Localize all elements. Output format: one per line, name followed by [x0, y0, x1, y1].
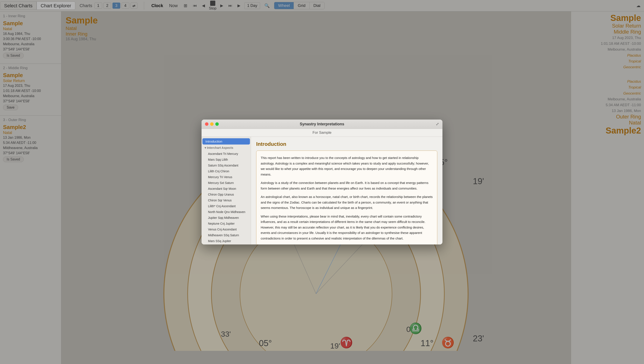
modal-body: Introduction ▾ Interchart Aspects Ascend… [202, 137, 442, 245]
sidebar-item-venus-cnj-asc[interactable]: Venus Cnj Ascendant [202, 227, 250, 232]
sidebar-item-jupiter-sqq-mc[interactable]: Jupiter Sqq Midheaven [202, 215, 250, 221]
interpretation-box: This report has been written to introduc… [256, 150, 437, 245]
modal-for-label: For Sample [202, 129, 442, 137]
modal-sidebar: Introduction ▾ Interchart Aspects Ascend… [202, 137, 251, 245]
sidebar-item-introduction[interactable]: Introduction [202, 138, 250, 144]
sidebar-item-mercury-tri-venus[interactable]: Mercury Tri Venus [202, 174, 250, 180]
interpretation-para-2: Astrology is a study of the connection b… [261, 180, 433, 191]
modal-overlay[interactable]: Synastry Interpretations ⤢ For Sample In… [0, 0, 644, 364]
maximize-button[interactable] [215, 122, 219, 126]
chevron-down-icon: ▾ [204, 146, 206, 149]
sidebar-item-northnode-qnx-mc[interactable]: North Node Qnx Midheaven [202, 209, 250, 215]
sidebar-item-chiron-sqr-venus[interactable]: Chiron Sqr Venus [202, 198, 250, 203]
interpretation-para-4: When using these interpretations, please… [261, 214, 433, 241]
close-button[interactable] [205, 122, 208, 126]
interchart-aspects-label: Interchart Aspects [207, 146, 233, 149]
sidebar-item-mc-ssq-saturn[interactable]: Midheaven SSq Saturn [202, 232, 250, 238]
synastry-modal: Synastry Interpretations ⤢ For Sample In… [202, 119, 442, 245]
external-link-button[interactable]: ⤢ [436, 122, 439, 126]
modal-content: Introduction This report has been writte… [251, 137, 442, 245]
minimize-button[interactable] [210, 122, 214, 126]
sidebar-item-lilith-cnj-asc[interactable]: Lilith* Cnj Ascendant [202, 203, 250, 209]
sidebar-item-mars-sqq-lilith[interactable]: Mars Sqq Lilith [202, 157, 250, 162]
sidebar-item-mars-ssq-jupiter[interactable]: Mars SSq Jupiter [202, 238, 250, 244]
sidebar-item-chiron-opp-uranus[interactable]: Chiron Opp Uranus [202, 192, 250, 197]
sidebar-item-asc-tri-mercury[interactable]: Ascendant Tri Mercury [202, 151, 250, 156]
sidebar-section-interchart: ▾ Interchart Aspects [202, 145, 251, 151]
sidebar-item-neptune-cnj-jupiter[interactable]: Neptune Cnj Jupiter [202, 221, 250, 226]
interpretation-para-3: An astrological chart, also known as a h… [261, 194, 433, 211]
traffic-lights [205, 122, 219, 126]
modal-titlebar: Synastry Interpretations ⤢ [202, 119, 442, 129]
sidebar-item-chiron-qnx-saturn[interactable]: Chiron Qnx Saturn [202, 244, 250, 245]
interpretation-para-5: Please also be aware of the fact that ea… [261, 244, 433, 245]
sidebar-item-asc-sqr-moon[interactable]: Ascendant Sqr Moon [202, 186, 250, 192]
sidebar-item-mercury-sxt-saturn[interactable]: Mercury Sxt Saturn [202, 180, 250, 186]
modal-title: Synastry Interpretations [300, 122, 344, 126]
interpretation-title: Introduction [256, 141, 437, 147]
sidebar-item-saturn-ssq-asc[interactable]: Saturn SSq Ascendant [202, 163, 250, 168]
sidebar-item-lilith-cnj-chiron[interactable]: Lilith Cnj Chiron [202, 168, 250, 174]
interpretation-para-1: This report has been written to introduc… [261, 155, 433, 177]
